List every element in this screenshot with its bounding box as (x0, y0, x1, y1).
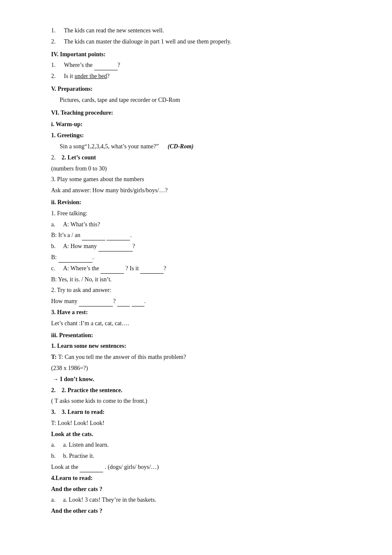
teaching-procedure-heading: VI. Teaching procedure: (51, 108, 349, 118)
item-a: a. A: What’s this? (51, 220, 349, 230)
item-c: c. A: Where’s the ? Is it ? (51, 263, 349, 274)
lets-count-sub: (numbers from 0 to 30) (51, 164, 349, 174)
warmup-heading: i. Warm-up: (51, 119, 349, 130)
preparations-heading: V. Preparations: (51, 84, 349, 94)
its-a-an: B: It’s a / an . (51, 230, 349, 240)
t-look: T: Look! Look! Look! (51, 418, 349, 428)
maths-problem: (238 x 1986=?) (51, 363, 349, 373)
listen-learn: a. a. Listen and learn. (51, 440, 349, 450)
look-cats-heading: Look at the cats. (51, 429, 349, 439)
practise-it: b. b. Practise it. (51, 451, 349, 461)
yes-no: B: Yes, it is. / No, it isn’t. (51, 275, 349, 285)
chant-text: Let’s chant :I’m a cat, cat, cat…. (51, 318, 349, 329)
greetings-text: Sin a song“1,2,3,4,5, what’s your name?”… (60, 142, 349, 152)
objective-1: 1. The kids can read the new sentences w… (51, 26, 349, 36)
try-ask: 2. Try to ask and answer: (51, 285, 349, 295)
practice-heading: 2. 2. Practice the sentence. (51, 385, 349, 396)
play-games: 3. Play some games about the numbers (51, 174, 349, 185)
imp-point-1: 1. Where’s the ? (51, 60, 349, 70)
important-points-heading: IV. Important points: (51, 49, 349, 60)
learn-read-heading: 3. 3. Learn to read: (51, 407, 349, 417)
t-says: T: T: Can you tell me the answer of this… (51, 352, 349, 362)
b-blank: B: . (51, 252, 349, 263)
and-other-cats2-heading: And the other cats ? (51, 506, 349, 516)
revision-heading: ii. Revision: (51, 197, 349, 208)
look-at-the: Look at the . (dogs/ girls/ boys/…) (51, 462, 349, 472)
lets-count-heading: 2. 2. Let’s count (51, 153, 349, 163)
arrow-text: → I don’t know. (51, 374, 349, 384)
imp-point-2: 2. Is it under the bed? (51, 71, 349, 81)
greetings-heading: 1. Greetings: (51, 130, 349, 141)
preparations-text: Pictures, cards, tape and tape recorder … (60, 95, 349, 105)
look-3cats: a. a. Look! 3 cats! They’re in the baske… (51, 495, 349, 505)
free-talking: 1. Free talking: (51, 208, 349, 219)
document-body: 1. The kids can read the new sentences w… (51, 26, 349, 516)
learn-sentences-heading: 1. Learn some new sentences: (51, 341, 349, 351)
item-b: b. A: How many ? (51, 241, 349, 251)
have-rest-heading: 3. Have a rest: (51, 307, 349, 318)
practice-sub: ( T asks some kids to come to the front.… (51, 396, 349, 406)
and-other-cats-heading: And the other cats ? (51, 484, 349, 494)
objective-2: 2. The kids can master the dialouge in p… (51, 37, 349, 47)
learn-read2-heading: 4.Learn to read: (51, 473, 349, 483)
ask-answer: Ask and answer: How many birds/girls/boy… (51, 185, 349, 196)
how-many-2: How many ? . (51, 296, 349, 306)
presentation-heading: iii. Presentation: (51, 330, 349, 341)
